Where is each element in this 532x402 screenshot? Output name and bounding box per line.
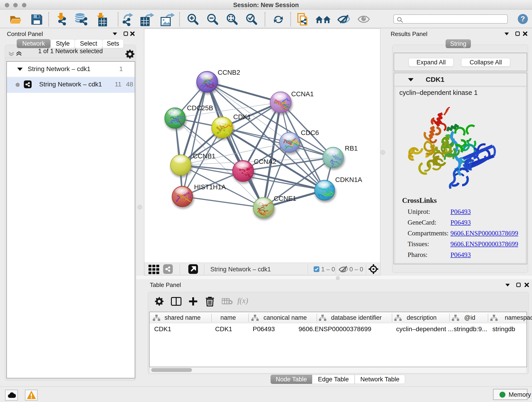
svg-text:CCNA2: CCNA2	[254, 158, 276, 165]
svg-text:CCNE1: CCNE1	[274, 195, 296, 202]
svg-text:RB1: RB1	[345, 145, 358, 152]
svg-text:HIST1H1A: HIST1H1A	[194, 183, 226, 191]
svg-text:CDC6: CDC6	[301, 129, 319, 136]
svg-text:CDK1: CDK1	[233, 113, 251, 121]
svg-text:CCNB2: CCNB2	[218, 69, 240, 76]
svg-text:CDKN1A: CDKN1A	[335, 176, 362, 183]
svg-text:CCNB1: CCNB1	[193, 153, 215, 160]
svg-text:CDC25B: CDC25B	[187, 104, 213, 112]
svg-text:CCNA1: CCNA1	[291, 90, 314, 98]
